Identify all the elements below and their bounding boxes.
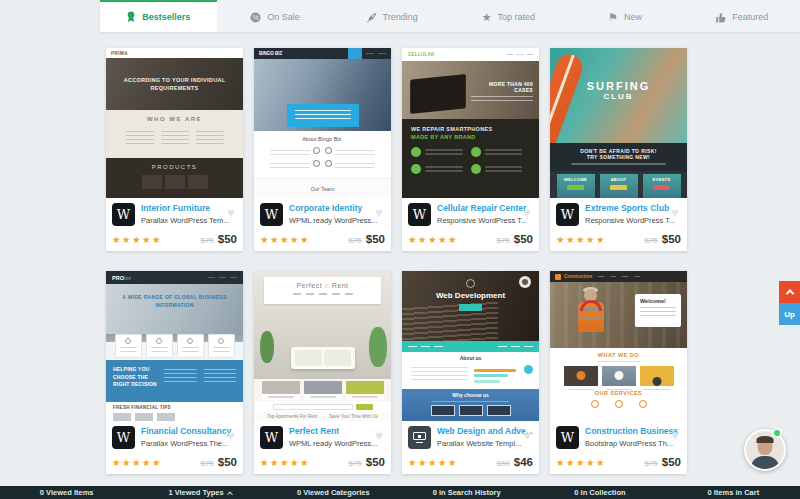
thumb-brand: BINGO BIZ <box>254 48 391 59</box>
fake-feature-cards <box>106 334 243 360</box>
old-price: $75 <box>496 236 509 245</box>
product-thumbnail[interactable]: PRObiz A WIDE RANGE OF GLOBAL BUSINESS I… <box>106 271 243 421</box>
thumb-hero <box>254 59 391 131</box>
vendor-logo: W <box>556 203 579 226</box>
thumb-section: DON'T BE AFRAID TO RISK! TRY SOMETHING N… <box>550 143 687 171</box>
product-subtitle: Responsive WordPress T... <box>585 216 675 225</box>
product-card: Perfect ⌂ Rent Top Apartments For Rent S… <box>254 271 391 474</box>
product-info: W Perfect Rent WPML ready WordPress... ♥… <box>254 421 391 474</box>
thumb-hero: MORE THAN 400 CASES <box>402 61 539 119</box>
chevron-up-icon <box>785 289 793 297</box>
product-title[interactable]: Corporate Identity <box>289 203 377 213</box>
favorite-icon[interactable]: ♥ <box>375 206 383 219</box>
thumb-searchbar <box>254 401 391 412</box>
sale-icon: % <box>250 12 261 23</box>
price: $50 <box>366 456 385 468</box>
chevron-up-icon <box>227 491 233 497</box>
rating-stars: ★★★★★ <box>260 234 348 245</box>
product-thumbnail[interactable]: PRIMA ACCORDING TO YOUR INDIVIDUAL REQUI… <box>106 48 243 198</box>
status-viewed-categories[interactable]: 0 Viewed Categories <box>267 488 400 497</box>
folder-decor <box>410 74 466 114</box>
thumb-navbar <box>402 341 539 352</box>
thumb-section: WHAT WE DO OUR SERVICES <box>550 348 687 421</box>
price: $50 <box>218 233 237 245</box>
product-thumbnail[interactable]: BINGO BIZ About Bingo Biz. Our Team <box>254 48 391 198</box>
product-subtitle: Parallax Website Templ... <box>437 439 533 448</box>
tab-label: Top rated <box>498 12 536 22</box>
product-card: Construction Welcome! WHAT WE DO <box>550 271 687 474</box>
status-items-in-cart[interactable]: 0 Items in Cart <box>667 488 800 497</box>
sofa-decor <box>291 347 355 369</box>
product-title[interactable]: Cellular Repair Center <box>437 203 527 213</box>
product-thumbnail[interactable]: CELLULAR MORE THAN 400 CASES WE REPAIR S… <box>402 48 539 198</box>
product-info: W Interior Furniture Parallax WordPress … <box>106 198 243 251</box>
status-viewed-items[interactable]: 0 Viewed Items <box>0 488 133 497</box>
favorite-icon[interactable]: ♥ <box>227 429 235 442</box>
status-collection[interactable]: 0 in Collection <box>533 488 666 497</box>
product-info: W Cellular Repair Center Responsive Word… <box>402 198 539 251</box>
tab-label: Trending <box>383 12 418 22</box>
thumb-callout: Welcome! <box>635 294 681 327</box>
rating-stars: ★★★★★ <box>408 234 496 245</box>
thumb-brand: PRObiz <box>106 271 243 284</box>
bottom-status-bar: 0 Viewed Items 1 Viewed Types 0 Viewed C… <box>0 486 800 499</box>
rating-stars: ★★★★★ <box>112 234 200 245</box>
vendor-logo: W <box>556 426 579 449</box>
product-card: PRIMA ACCORDING TO YOUR INDIVIDUAL REQUI… <box>106 48 243 251</box>
product-subtitle: Parallax WordPress The... <box>141 439 231 448</box>
tab-bestsellers[interactable]: Bestsellers <box>100 0 217 32</box>
tab-top-rated[interactable]: ★ Top rated <box>450 0 567 32</box>
circle-decor <box>524 365 533 374</box>
monitor-icon <box>408 426 431 449</box>
product-card: SURFING CLUB DON'T BE AFRAID TO RISK! TR… <box>550 48 687 251</box>
up-button[interactable]: Up <box>779 303 800 325</box>
product-thumbnail[interactable]: Web Development About us Why choose us <box>402 271 539 421</box>
vendor-logo: W <box>408 203 431 226</box>
thumb-hero: ACCORDING TO YOUR INDIVIDUAL REQUIREMENT… <box>106 58 243 110</box>
avatar-hair <box>757 436 774 443</box>
plant-decor <box>260 331 274 363</box>
favorite-icon[interactable]: ♥ <box>227 206 235 219</box>
favorite-icon[interactable]: ♥ <box>523 429 531 442</box>
thumb-brand: CELLULAR <box>402 48 539 61</box>
tab-new[interactable]: ⚑ New <box>567 0 684 32</box>
vendor-logo: W <box>260 426 283 449</box>
thumb-hero: Welcome! <box>550 282 687 348</box>
old-price: $75 <box>348 236 361 245</box>
thumb-section: HELPING YOU CHOOSE THE RIGHT DECISION <box>106 360 243 402</box>
product-title[interactable]: Extreme Sports Club <box>585 203 675 213</box>
tab-featured[interactable]: Featured <box>683 0 800 32</box>
product-thumbnail[interactable]: SURFING CLUB DON'T BE AFRAID TO RISK! TR… <box>550 48 687 198</box>
product-thumbnail[interactable]: Construction Welcome! WHAT WE DO <box>550 271 687 421</box>
mug-decor <box>519 276 531 288</box>
flag-icon: ⚑ <box>608 12 618 23</box>
tab-trending[interactable]: Trending <box>333 0 450 32</box>
favorite-icon[interactable]: ♥ <box>671 206 679 219</box>
laptop-decor <box>402 405 539 416</box>
product-title[interactable]: Interior Furniture <box>141 203 230 213</box>
price: $50 <box>366 233 385 245</box>
fake-photos <box>113 413 236 421</box>
old-price: $75 <box>644 459 657 468</box>
house-icon: ⌂ <box>325 282 330 289</box>
product-subtitle: WPML ready WordPress... <box>289 216 377 225</box>
product-thumbnail[interactable]: Perfect ⌂ Rent Top Apartments For Rent S… <box>254 271 391 421</box>
status-search-history[interactable]: 0 in Search History <box>400 488 533 497</box>
tab-on-sale[interactable]: % On Sale <box>217 0 334 32</box>
status-viewed-types[interactable]: 1 Viewed Types <box>133 488 266 497</box>
product-subtitle: Bootstrap WordPress Th... <box>585 439 678 448</box>
product-title[interactable]: Construction Business <box>585 426 678 436</box>
favorite-icon[interactable]: ♥ <box>523 206 531 219</box>
thumbs-up-icon <box>715 12 726 23</box>
rating-stars: ★★★★★ <box>556 457 644 468</box>
rocket-icon <box>366 12 377 23</box>
favorite-icon[interactable]: ♥ <box>375 429 383 442</box>
scroll-top-button[interactable] <box>779 281 800 303</box>
award-icon <box>126 11 136 23</box>
product-title[interactable]: Perfect Rent <box>289 426 377 436</box>
favorite-icon[interactable]: ♥ <box>671 429 679 442</box>
service-icons <box>550 400 687 408</box>
rating-stars: ★★★★★ <box>556 234 644 245</box>
product-title[interactable]: Web Design and Adve... <box>437 426 533 436</box>
product-title[interactable]: Financial Consultancy <box>141 426 231 436</box>
